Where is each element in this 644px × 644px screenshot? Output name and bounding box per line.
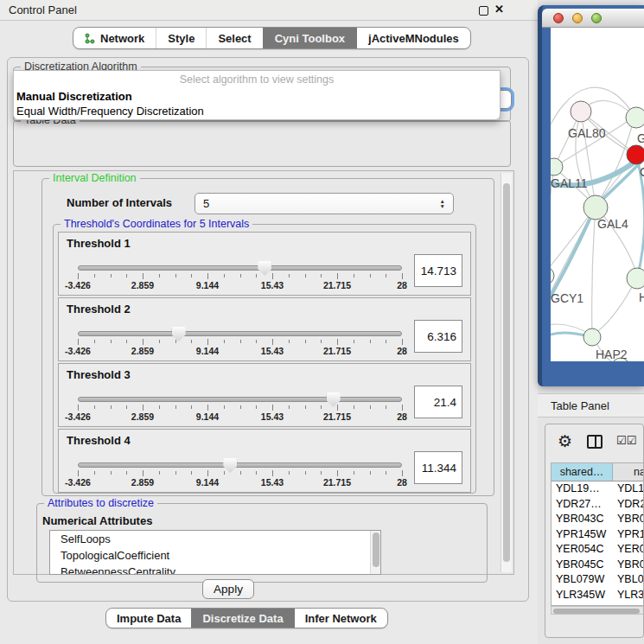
table-row[interactable]: YBR045CYBR0 — [552, 558, 644, 573]
tab-network[interactable]: Network — [73, 28, 156, 48]
threshold-2-slider[interactable]: -3.4262.8599.14415.4321.71528 — [78, 319, 402, 356]
cell[interactable]: YLR345W — [552, 588, 613, 603]
threshold-1-slider[interactable]: -3.4262.8599.14415.4321.71528 — [78, 253, 402, 290]
cell[interactable]: YDL19… — [552, 481, 613, 497]
table-scrollbar-thumb[interactable] — [553, 609, 640, 614]
tab-style[interactable]: Style — [156, 28, 206, 48]
slider-track[interactable] — [78, 397, 402, 402]
threshold-3-value-field[interactable] — [414, 386, 462, 418]
tab-infer-network[interactable]: Infer Network — [294, 609, 387, 628]
node-hap2[interactable] — [583, 328, 601, 346]
tick-mark — [402, 405, 403, 411]
slider-track[interactable] — [78, 265, 402, 271]
tick-mark — [126, 340, 127, 343]
threshold-1-value-field[interactable] — [414, 254, 462, 287]
cell[interactable]: YDR2 — [613, 497, 644, 513]
table-horizontal-scrollbar[interactable] — [551, 606, 644, 615]
cell[interactable]: YPR145W — [552, 527, 613, 543]
node-gcy1[interactable] — [551, 267, 554, 284]
cell[interactable]: YPR1 — [613, 527, 644, 543]
table-row[interactable]: YBR043CYBR0 — [552, 512, 644, 527]
column-header-shared-name[interactable]: shared… — [552, 463, 613, 481]
table-row[interactable]: YPR145WYPR1 — [552, 527, 644, 543]
table-panel-window: ⚙ ☑☑ shared… na YDL19…YDL1 YDR27…YDR2 YB… — [545, 424, 644, 638]
list-scrollbar-thumb[interactable] — [373, 532, 379, 567]
tick-mark — [78, 405, 79, 411]
table-row[interactable]: YBL079WYBL0 — [552, 572, 644, 588]
threshold-4-value-field[interactable] — [414, 451, 462, 484]
tab-select[interactable]: Select — [206, 28, 262, 48]
cell[interactable]: YER054C — [552, 542, 613, 558]
node-h[interactable] — [627, 268, 644, 289]
tick-label: 9.144 — [196, 411, 219, 422]
mac-close-icon[interactable] — [553, 13, 564, 23]
cell[interactable]: YBR045C — [552, 558, 613, 573]
mac-minimize-icon[interactable] — [572, 13, 583, 23]
cell[interactable]: YBR0 — [613, 512, 644, 527]
tick-mark — [402, 339, 403, 345]
dropdown-option-equal-width-frequency[interactable]: Equal Width/Frequency Discretization — [16, 105, 204, 118]
tick-mark — [289, 471, 290, 475]
tick-mark — [207, 273, 208, 279]
list-item-selfloops[interactable]: SelfLoops — [50, 531, 380, 547]
close-icon[interactable]: ✕ — [494, 3, 504, 16]
list-item-betweennesscentrality[interactable]: BetweennessCentrality — [50, 564, 380, 575]
tab-impute-data-label: Impute Data — [117, 612, 181, 625]
tick-mark — [224, 405, 225, 409]
mac-zoom-icon[interactable] — [591, 13, 602, 23]
tick-mark — [321, 340, 322, 343]
settings-scrollbar[interactable] — [501, 173, 512, 572]
node-gal4[interactable] — [583, 195, 608, 220]
tick-mark — [354, 274, 354, 277]
node-red[interactable] — [627, 145, 644, 164]
table-row[interactable]: YDL19…YDL1 — [552, 481, 644, 497]
network-graph-icon — [85, 33, 96, 44]
threshold-3-slider[interactable]: -3.4262.8599.14415.4321.71528 — [78, 385, 402, 422]
table-row[interactable]: YLR345WYLR3 — [552, 588, 644, 603]
column-header-name[interactable]: na — [613, 463, 644, 481]
tab-discretize-data[interactable]: Discretize Data — [191, 609, 293, 628]
cell[interactable]: YER0 — [613, 542, 644, 558]
split-columns-icon[interactable] — [587, 435, 603, 449]
tick-label: 9.144 — [196, 477, 219, 488]
cell[interactable]: YBR043C — [552, 512, 613, 527]
tick-mark — [94, 471, 95, 475]
threshold-2-value-field[interactable] — [414, 320, 462, 353]
cell[interactable]: YBL079W — [552, 572, 613, 588]
table-row[interactable]: YDR27…YDR2 — [552, 497, 644, 513]
dropdown-option-manual-discretization[interactable]: Manual Discretization — [16, 90, 132, 103]
threshold-1-label: Threshold 1 — [67, 237, 462, 250]
slider-track[interactable] — [78, 331, 402, 336]
tick-mark — [240, 340, 241, 343]
float-window-icon[interactable] — [479, 6, 488, 16]
slider-track[interactable] — [78, 462, 402, 468]
tick-mark — [175, 340, 176, 343]
node-gal80[interactable] — [571, 101, 591, 122]
threshold-4-slider[interactable]: -3.4262.8599.14415.4321.71528 — [78, 450, 402, 488]
cyni-toolbox-panel: Discretization Algorithm Select algorith… — [7, 57, 529, 602]
settings-scrollbar-thumb[interactable] — [503, 183, 510, 562]
network-canvas[interactable]: GAL80 G C GAL11 GAL4 GCY1 H HAP2 — [551, 28, 644, 361]
gear-icon[interactable]: ⚙ — [558, 431, 572, 451]
node-top-right[interactable] — [626, 107, 644, 128]
tick-mark — [240, 471, 241, 475]
cell[interactable]: YLR3 — [613, 588, 644, 603]
tick-label: 9.144 — [196, 280, 219, 290]
tab-style-label: Style — [168, 32, 194, 45]
tick-mark — [191, 405, 192, 409]
cell[interactable]: YDR27… — [552, 497, 613, 513]
tick-mark — [159, 471, 160, 475]
table-row[interactable]: YER054CYER0 — [552, 542, 644, 558]
number-of-intervals-combobox[interactable]: 5 ▲▼ — [194, 193, 454, 214]
cell[interactable]: YBL0 — [613, 572, 644, 588]
cell[interactable]: YDL1 — [613, 481, 644, 497]
cell[interactable]: YBR0 — [613, 558, 644, 573]
apply-button[interactable]: Apply — [202, 579, 254, 599]
tick-mark — [126, 405, 127, 409]
tab-jactivemnodules[interactable]: jActiveMNodules — [356, 28, 470, 48]
list-item-topologicalcoefficient[interactable]: TopologicalCoefficient — [50, 547, 380, 564]
tab-cyni-toolbox[interactable]: Cyni Toolbox — [263, 28, 356, 48]
list-scrollbar[interactable] — [370, 531, 380, 574]
select-checkboxes-icon[interactable]: ☑☑ — [616, 434, 636, 447]
tab-impute-data[interactable]: Impute Data — [106, 609, 191, 628]
